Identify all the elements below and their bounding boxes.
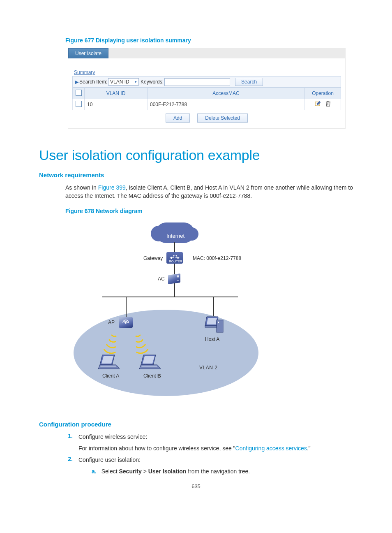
cell-vlan: 10 <box>85 99 148 110</box>
table-row: 10 000F-E212-7788 <box>73 99 341 110</box>
col-accessmac: AccessMAC <box>148 88 305 99</box>
procedure-step-2: 2. Configure user isolation: a. Select S… <box>65 456 353 476</box>
configuring-access-services-link[interactable]: Configuring access services <box>235 445 307 452</box>
network-bus-line <box>102 297 238 297</box>
search-button[interactable]: Search <box>235 78 263 86</box>
svg-rect-4 <box>218 322 219 323</box>
host-a-label: Host A <box>205 336 219 342</box>
page-number: 635 <box>191 483 201 489</box>
keywords-input[interactable] <box>164 78 230 86</box>
summary-link[interactable]: Summary <box>74 70 95 75</box>
svg-rect-3 <box>205 326 217 327</box>
col-operation: Operation <box>305 88 341 99</box>
ui-screenshot-container: User Isolate Summary ▶ Search Item: VLAN… <box>68 48 346 129</box>
add-button[interactable]: Add <box>166 114 190 123</box>
internet-cloud: Internet <box>156 222 194 243</box>
client-b-label: Client B <box>143 373 161 379</box>
tab-bar: User Isolate <box>68 48 345 58</box>
vlan2-label: VLAN 2 <box>199 365 217 371</box>
cell-mac: 000F-E212-7788 <box>148 99 305 110</box>
substep-a: a. Select Security > User Isolation from… <box>92 467 353 475</box>
figure-678-caption: Figure 678 Network diagram <box>65 208 353 214</box>
procedure-step-1: 1. Configure wireless service: For infor… <box>65 433 353 453</box>
page-title: User isolation configuration example <box>39 147 353 163</box>
client-a-label: Client A <box>102 373 119 379</box>
gateway-label: Gateway <box>143 255 163 261</box>
col-vlan-id: VLAN ID <box>85 88 148 99</box>
trash-icon[interactable] <box>325 101 331 108</box>
host-icon <box>204 316 224 335</box>
substep-letter: a. <box>92 467 97 475</box>
step-number: 1. <box>65 433 73 453</box>
search-item-value: VLAN ID <box>110 79 129 85</box>
step-number: 2. <box>65 456 73 476</box>
figure-399-link[interactable]: Figure 399 <box>98 184 126 191</box>
heading-network-requirements: Network requirements <box>39 171 353 178</box>
gateway-mac-label: MAC: 000f-e212-7788 <box>193 255 241 261</box>
router-caption: ROUTER <box>169 260 182 263</box>
tab-user-isolate[interactable]: User Isolate <box>68 48 108 58</box>
step-2-title: Configure user isolation: <box>78 456 353 464</box>
ap-icon <box>119 317 133 328</box>
router-icon: ROUTER <box>166 252 183 264</box>
step-1-detail: For information about how to configure w… <box>78 444 353 452</box>
keywords-label: Keywords: <box>141 79 164 85</box>
svg-rect-2 <box>217 320 223 332</box>
heading-config-procedure: Configuration procedure <box>39 421 353 428</box>
ac-icon <box>168 273 180 284</box>
arrow-right-icon: ▶ <box>75 79 78 85</box>
chevron-down-icon: ▾ <box>135 80 137 84</box>
ap-label: AP <box>108 320 115 325</box>
vlan-ellipse <box>74 310 258 396</box>
search-bar: ▶ Search Item: VLAN ID ▾ Keywords: Searc… <box>72 76 341 88</box>
laptop-icon <box>139 354 162 371</box>
delete-selected-button[interactable]: Delete Selected <box>197 114 248 123</box>
search-item-label: Search Item: <box>79 79 107 85</box>
step-1-title: Configure wireless service: <box>78 433 353 441</box>
results-table: VLAN ID AccessMAC Operation 10 000F-E212… <box>72 88 341 110</box>
network-diagram: Internet ROUTER Gateway MAC: 000f-e212-7… <box>65 219 271 404</box>
laptop-icon <box>98 354 121 371</box>
edit-icon[interactable] <box>315 101 321 108</box>
internet-label: Internet <box>166 233 184 239</box>
row-checkbox[interactable] <box>76 101 82 107</box>
select-all-checkbox[interactable] <box>76 90 82 96</box>
ac-label: AC <box>158 276 165 282</box>
figure-677-caption: Figure 677 Displaying user isolation sum… <box>65 37 353 44</box>
svg-point-1 <box>125 322 127 324</box>
requirements-paragraph: As shown in Figure 399, isolate Client A… <box>65 183 353 200</box>
search-item-select[interactable]: VLAN ID ▾ <box>108 78 139 86</box>
